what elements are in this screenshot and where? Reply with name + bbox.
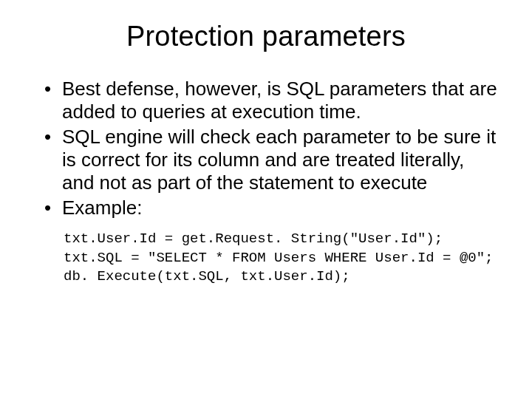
code-example: txt.User.Id = get.Request. String("User.… [64,230,502,287]
slide-title: Protection parameters [30,21,502,52]
bullet-item: Example: [44,197,498,219]
slide: Protection parameters Best defense, howe… [0,0,532,399]
bullet-list: Best defense, however, is SQL parameters… [30,78,502,219]
bullet-item: Best defense, however, is SQL parameters… [44,78,498,123]
bullet-item: SQL engine will check each parameter to … [44,126,498,194]
